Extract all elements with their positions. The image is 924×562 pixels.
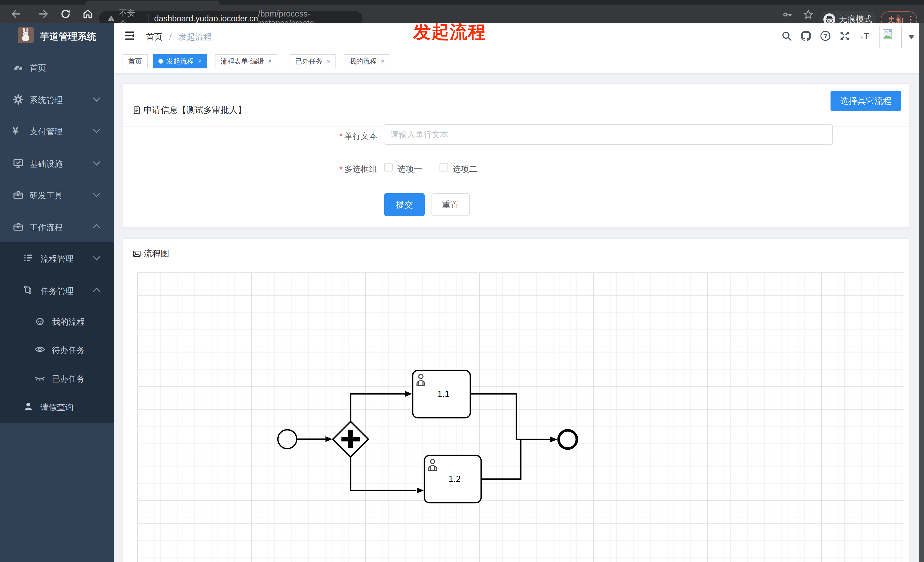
checkbox-option-2[interactable]	[440, 163, 448, 172]
chevron-down-icon	[93, 94, 100, 102]
url-host: dashboard.yudao.iocoder.cn	[154, 14, 258, 23]
user-icon	[23, 401, 34, 412]
required-mark: *	[339, 131, 343, 141]
tags-view-bar: 首页发起流程×流程表单-编辑×已办任务×我的流程×	[114, 48, 919, 73]
eye-closed-icon	[34, 373, 46, 384]
checkbox-option-1-label[interactable]: 选项一	[397, 163, 422, 175]
dashboard-icon	[12, 61, 24, 73]
breadcrumb: 首页 / 发起流程	[146, 31, 212, 43]
checkbox-option-1[interactable]	[384, 163, 393, 172]
image-icon	[132, 249, 141, 258]
process-diagram-card-title: 流程图	[132, 248, 169, 259]
key-icon[interactable]	[782, 9, 794, 21]
sidebar: 芋道管理系统 首页系统管理¥支付管理基础设施研发工具工作流程流程管理任务管理我的…	[0, 23, 114, 562]
chevron-down-icon	[93, 190, 100, 197]
help-icon[interactable]: ?	[820, 30, 831, 42]
sidebar-item-todo-tasks[interactable]: 待办任务	[0, 335, 114, 364]
sidebar-item-done-tasks[interactable]: 已办任务	[0, 364, 114, 393]
sidebar-item-devtools[interactable]: 研发工具	[0, 181, 114, 209]
tree-icon	[23, 285, 34, 296]
card-divider	[123, 263, 909, 263]
breadcrumb-current: 发起流程	[178, 32, 212, 41]
sidebar-item-system[interactable]: 系统管理	[0, 85, 114, 114]
screen: 不安全 dashboard.yudao.iocoder.cn/bpm/proce…	[0, 0, 924, 562]
tab-close-icon[interactable]: ×	[381, 58, 384, 65]
select-other-process-button[interactable]: 选择其它流程	[831, 91, 901, 111]
tab-done-tasks[interactable]: 已办任务×	[290, 54, 336, 68]
sidebar-collapse-icon[interactable]	[124, 30, 136, 42]
annotation-title: 发起流程	[413, 20, 486, 44]
app-header	[114, 23, 919, 48]
home-icon[interactable]	[82, 8, 93, 19]
flow-task1-to-end	[470, 394, 550, 439]
monitor-icon	[12, 157, 24, 169]
task2-label: 1.2	[448, 474, 460, 484]
toolbox-icon	[12, 221, 24, 232]
single-line-input[interactable]	[384, 124, 833, 145]
gear-icon	[12, 94, 24, 105]
tab-close-icon[interactable]: ×	[268, 58, 272, 65]
start-event	[278, 430, 297, 448]
search-icon[interactable]	[781, 30, 792, 42]
avatar-dropdown-caret[interactable]	[908, 35, 915, 39]
sidebar-item-process-mgmt[interactable]: 流程管理	[0, 244, 114, 273]
reload-icon[interactable]	[60, 8, 71, 19]
sidebar-item-infra[interactable]: 基础设施	[0, 149, 114, 178]
breadcrumb-home[interactable]: 首页	[146, 32, 162, 41]
tab-home[interactable]: 首页	[123, 54, 148, 68]
chevron-down-icon	[93, 126, 100, 133]
sidebar-item-my-process[interactable]: 我的流程	[0, 307, 114, 336]
tab-create-flow[interactable]: 发起流程×	[153, 54, 207, 68]
tab-close-icon[interactable]: ×	[198, 58, 201, 65]
bookmark-star-icon[interactable]	[802, 9, 814, 20]
apply-info-card: 申请信息【测试多审批人】 选择其它流程 *单行文本 *多选框组 选项一 选项二 …	[123, 83, 909, 228]
fullscreen-icon[interactable]	[839, 30, 850, 42]
task1-label: 1.1	[437, 389, 450, 399]
parallel-gateway	[333, 421, 368, 457]
browser-tab-strip	[0, 0, 924, 4]
toolbox-icon	[12, 189, 24, 201]
svg-text:T: T	[861, 34, 864, 40]
sidebar-item-workflow[interactable]: 工作流程	[0, 213, 114, 241]
flow-gateway-to-task2	[351, 456, 416, 490]
broken-image-icon	[881, 28, 894, 40]
tab-close-icon[interactable]: ×	[327, 58, 330, 65]
required-mark: *	[339, 165, 343, 174]
sidebar-item-payment[interactable]: ¥支付管理	[0, 117, 114, 145]
font-size-icon[interactable]: TT	[858, 30, 870, 42]
end-event	[559, 430, 577, 448]
forward-icon[interactable]	[38, 8, 49, 19]
document-icon	[132, 105, 141, 115]
chevron-down-icon	[93, 158, 100, 165]
flow-gateway-to-task1	[351, 394, 405, 423]
url-divider	[148, 14, 148, 23]
tab-form-edit[interactable]: 流程表单-编辑×	[215, 54, 278, 68]
chevron-up-icon	[93, 288, 100, 295]
app-logo[interactable]	[18, 27, 34, 43]
checkbox-option-2-label[interactable]: 选项二	[453, 163, 477, 175]
bpmn-diagram: 1.1 1.2	[137, 272, 904, 562]
avatar[interactable]	[879, 25, 902, 48]
svg-text:?: ?	[824, 33, 827, 40]
yen-icon: ¥	[12, 125, 24, 136]
eye-open-icon	[34, 344, 46, 355]
flow-task2-to-end	[481, 440, 521, 479]
single-line-label: *单行文本	[263, 130, 377, 142]
github-icon[interactable]	[800, 30, 812, 42]
sidebar-item-home[interactable]: 首页	[0, 53, 114, 81]
sidebar-item-task-mgmt[interactable]: 任务管理	[0, 276, 114, 305]
browser-active-tab[interactable]	[86, 1, 219, 4]
user-task-1: 1.1	[413, 370, 470, 418]
breadcrumb-separator: /	[169, 32, 172, 41]
app-title: 芋道管理系统	[40, 30, 96, 43]
checkbox-group-label: *多选框组	[263, 163, 377, 175]
submit-button[interactable]: 提交	[384, 193, 424, 216]
reset-button[interactable]: 重置	[432, 193, 470, 216]
page-scrollbar[interactable]	[919, 23, 924, 562]
security-warning-icon[interactable]	[106, 14, 116, 23]
sidebar-item-leave-query[interactable]: 请假查询	[0, 393, 114, 421]
back-icon[interactable]	[10, 8, 22, 19]
chevron-up-icon	[93, 224, 100, 231]
list-icon	[23, 252, 34, 264]
tab-my-process[interactable]: 我的流程×	[344, 54, 390, 68]
